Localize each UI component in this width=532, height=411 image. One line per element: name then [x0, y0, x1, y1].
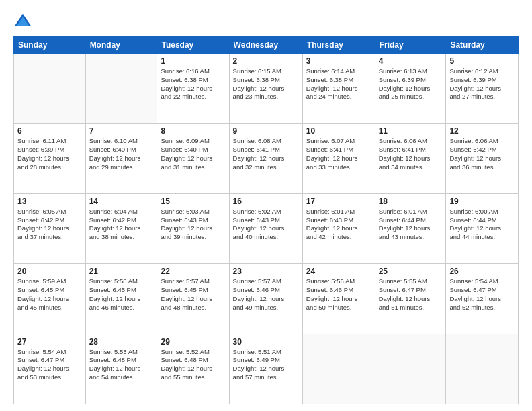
- day-cell: 9 Sunrise: 6:08 AM Sunset: 6:41 PM Dayli…: [229, 124, 302, 193]
- day-cell: 2 Sunrise: 6:15 AM Sunset: 6:38 PM Dayli…: [229, 54, 302, 124]
- day-info: Sunrise: 6:00 AM Sunset: 6:44 PM Dayligh…: [449, 208, 515, 242]
- day-cell: [85, 54, 157, 124]
- day-number: 20: [17, 267, 82, 276]
- day-info: Sunrise: 6:01 AM Sunset: 6:43 PM Dayligh…: [306, 208, 371, 242]
- day-cell: 6 Sunrise: 6:11 AM Sunset: 6:39 PM Dayli…: [14, 124, 86, 193]
- day-info: Sunrise: 5:56 AM Sunset: 6:46 PM Dayligh…: [306, 277, 371, 312]
- day-info: Sunrise: 6:16 AM Sunset: 6:38 PM Dayligh…: [161, 67, 225, 101]
- day-cell: [14, 54, 86, 124]
- day-cell: 29 Sunrise: 5:52 AM Sunset: 6:48 PM Dayl…: [157, 334, 229, 404]
- day-number: 19: [449, 197, 515, 206]
- day-cell: 16 Sunrise: 6:02 AM Sunset: 6:43 PM Dayl…: [229, 193, 302, 263]
- day-number: 8: [161, 126, 225, 136]
- day-info: Sunrise: 6:05 AM Sunset: 6:42 PM Dayligh…: [17, 208, 82, 242]
- header-monday: Monday: [85, 37, 157, 54]
- day-cell: 13 Sunrise: 6:05 AM Sunset: 6:42 PM Dayl…: [14, 193, 86, 263]
- day-info: Sunrise: 5:51 AM Sunset: 6:49 PM Dayligh…: [233, 348, 299, 382]
- day-info: Sunrise: 6:14 AM Sunset: 6:38 PM Dayligh…: [306, 67, 371, 101]
- day-number: 16: [233, 197, 299, 206]
- day-info: Sunrise: 6:07 AM Sunset: 6:41 PM Dayligh…: [306, 137, 371, 171]
- day-number: 3: [306, 56, 371, 66]
- day-number: 5: [449, 56, 515, 66]
- day-cell: [302, 334, 375, 404]
- day-number: 1: [161, 56, 225, 66]
- day-cell: 15 Sunrise: 6:03 AM Sunset: 6:43 PM Dayl…: [157, 193, 229, 263]
- day-number: 13: [17, 197, 82, 206]
- week-row-4: 27 Sunrise: 5:54 AM Sunset: 6:47 PM Dayl…: [14, 334, 519, 404]
- day-cell: 20 Sunrise: 5:59 AM Sunset: 6:45 PM Dayl…: [14, 264, 86, 334]
- calendar-header: SundayMondayTuesdayWednesdayThursdayFrid…: [14, 37, 519, 54]
- header-friday: Friday: [375, 37, 446, 54]
- day-number: 17: [306, 197, 371, 206]
- day-cell: [446, 334, 519, 404]
- day-cell: [375, 334, 446, 404]
- day-number: 23: [233, 267, 299, 276]
- week-row-2: 13 Sunrise: 6:05 AM Sunset: 6:42 PM Dayl…: [14, 193, 519, 263]
- day-info: Sunrise: 6:04 AM Sunset: 6:42 PM Dayligh…: [89, 208, 154, 242]
- day-cell: 18 Sunrise: 6:01 AM Sunset: 6:44 PM Dayl…: [375, 193, 446, 263]
- week-row-0: 1 Sunrise: 6:16 AM Sunset: 6:38 PM Dayli…: [14, 54, 519, 124]
- day-cell: 7 Sunrise: 6:10 AM Sunset: 6:40 PM Dayli…: [85, 124, 157, 193]
- day-number: 24: [306, 267, 371, 276]
- day-number: 11: [379, 126, 443, 136]
- day-number: 9: [233, 126, 299, 136]
- day-number: 2: [233, 56, 299, 66]
- day-info: Sunrise: 6:10 AM Sunset: 6:40 PM Dayligh…: [89, 137, 154, 171]
- day-number: 14: [89, 197, 154, 206]
- day-info: Sunrise: 5:55 AM Sunset: 6:47 PM Dayligh…: [379, 277, 443, 312]
- day-cell: 21 Sunrise: 5:58 AM Sunset: 6:45 PM Dayl…: [85, 264, 157, 334]
- day-cell: 22 Sunrise: 5:57 AM Sunset: 6:45 PM Dayl…: [157, 264, 229, 334]
- header-row: SundayMondayTuesdayWednesdayThursdayFrid…: [14, 37, 519, 54]
- calendar-table: SundayMondayTuesdayWednesdayThursdayFrid…: [13, 36, 519, 404]
- header-sunday: Sunday: [14, 37, 86, 54]
- day-cell: 17 Sunrise: 6:01 AM Sunset: 6:43 PM Dayl…: [302, 193, 375, 263]
- day-info: Sunrise: 6:11 AM Sunset: 6:39 PM Dayligh…: [17, 137, 82, 171]
- calendar-body: 1 Sunrise: 6:16 AM Sunset: 6:38 PM Dayli…: [14, 54, 519, 404]
- header-thursday: Thursday: [302, 37, 375, 54]
- day-number: 15: [161, 197, 225, 206]
- day-cell: 12 Sunrise: 6:06 AM Sunset: 6:42 PM Dayl…: [446, 124, 519, 193]
- day-cell: 4 Sunrise: 6:13 AM Sunset: 6:39 PM Dayli…: [375, 54, 446, 124]
- header-tuesday: Tuesday: [157, 37, 229, 54]
- day-info: Sunrise: 6:06 AM Sunset: 6:42 PM Dayligh…: [449, 137, 515, 171]
- day-cell: 1 Sunrise: 6:16 AM Sunset: 6:38 PM Dayli…: [157, 54, 229, 124]
- day-cell: 28 Sunrise: 5:53 AM Sunset: 6:48 PM Dayl…: [85, 334, 157, 404]
- day-number: 21: [89, 267, 154, 276]
- day-number: 4: [379, 56, 443, 66]
- day-cell: 14 Sunrise: 6:04 AM Sunset: 6:42 PM Dayl…: [85, 193, 157, 263]
- day-number: 28: [89, 337, 154, 347]
- day-number: 10: [306, 126, 371, 136]
- day-info: Sunrise: 5:59 AM Sunset: 6:45 PM Dayligh…: [17, 277, 82, 312]
- logo-icon: [13, 12, 32, 31]
- day-cell: 3 Sunrise: 6:14 AM Sunset: 6:38 PM Dayli…: [302, 54, 375, 124]
- day-info: Sunrise: 6:15 AM Sunset: 6:38 PM Dayligh…: [233, 67, 299, 101]
- day-info: Sunrise: 5:52 AM Sunset: 6:48 PM Dayligh…: [161, 348, 225, 382]
- week-row-3: 20 Sunrise: 5:59 AM Sunset: 6:45 PM Dayl…: [14, 264, 519, 334]
- day-info: Sunrise: 6:03 AM Sunset: 6:43 PM Dayligh…: [161, 208, 225, 242]
- day-cell: 27 Sunrise: 5:54 AM Sunset: 6:47 PM Dayl…: [14, 334, 86, 404]
- header-saturday: Saturday: [446, 37, 519, 54]
- day-number: 26: [449, 267, 515, 276]
- day-cell: 5 Sunrise: 6:12 AM Sunset: 6:39 PM Dayli…: [446, 54, 519, 124]
- day-info: Sunrise: 5:54 AM Sunset: 6:47 PM Dayligh…: [17, 348, 82, 382]
- day-number: 7: [89, 126, 154, 136]
- day-info: Sunrise: 6:02 AM Sunset: 6:43 PM Dayligh…: [233, 208, 299, 242]
- day-cell: 19 Sunrise: 6:00 AM Sunset: 6:44 PM Dayl…: [446, 193, 519, 263]
- day-info: Sunrise: 5:58 AM Sunset: 6:45 PM Dayligh…: [89, 277, 154, 312]
- day-info: Sunrise: 6:06 AM Sunset: 6:41 PM Dayligh…: [379, 137, 443, 171]
- day-number: 18: [379, 197, 443, 206]
- day-cell: 30 Sunrise: 5:51 AM Sunset: 6:49 PM Dayl…: [229, 334, 302, 404]
- day-number: 27: [17, 337, 82, 347]
- day-cell: 26 Sunrise: 5:54 AM Sunset: 6:47 PM Dayl…: [446, 264, 519, 334]
- day-cell: 8 Sunrise: 6:09 AM Sunset: 6:40 PM Dayli…: [157, 124, 229, 193]
- day-info: Sunrise: 6:09 AM Sunset: 6:40 PM Dayligh…: [161, 137, 225, 171]
- day-number: 6: [17, 126, 82, 136]
- day-number: 12: [449, 126, 515, 136]
- header-wednesday: Wednesday: [229, 37, 302, 54]
- week-row-1: 6 Sunrise: 6:11 AM Sunset: 6:39 PM Dayli…: [14, 124, 519, 193]
- day-info: Sunrise: 6:12 AM Sunset: 6:39 PM Dayligh…: [449, 67, 515, 101]
- day-info: Sunrise: 5:57 AM Sunset: 6:45 PM Dayligh…: [161, 277, 225, 312]
- day-info: Sunrise: 6:13 AM Sunset: 6:39 PM Dayligh…: [379, 67, 443, 101]
- day-number: 25: [379, 267, 443, 276]
- page: SundayMondayTuesdayWednesdayThursdayFrid…: [0, 0, 532, 411]
